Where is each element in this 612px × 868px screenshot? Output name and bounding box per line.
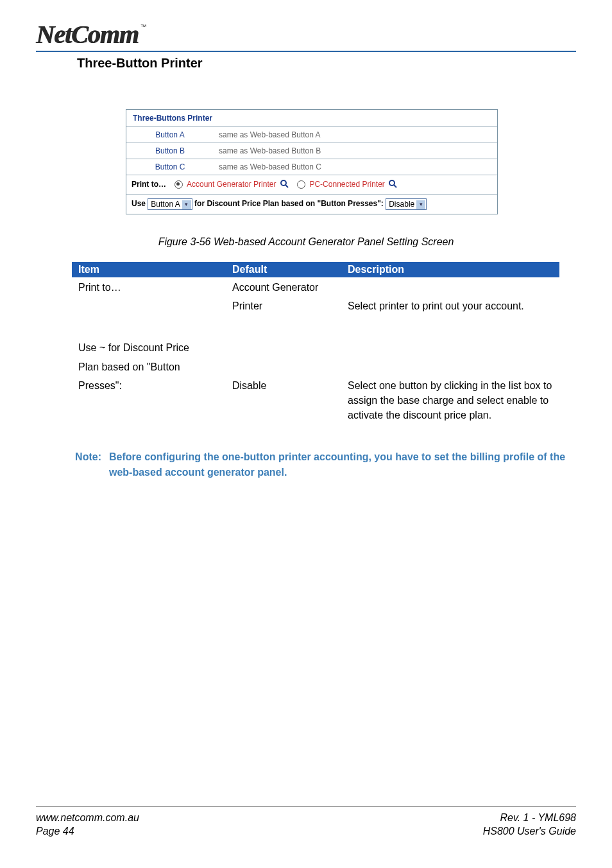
use-middle-text: for Discount Price Plan based on "Button… [194,199,384,208]
svg-point-0 [281,180,286,186]
col-header-description: Description [341,262,559,277]
note-label: Note: [55,449,109,479]
radio-account-generator[interactable] [174,180,183,189]
chevron-down-icon: ▾ [416,200,425,209]
footer-divider [36,806,576,807]
button-select-value: Button A [151,200,180,209]
section-title: Three-Button Printer [77,56,576,71]
logo-trademark: ™ [140,23,147,30]
cell-item: Print to… [72,277,226,296]
table-row: Print to… Account Generator [72,277,559,296]
enable-select-dropdown[interactable]: Disable▾ [386,198,427,210]
button-b-label: Button B [126,143,214,159]
cell-default: Disable [226,376,341,424]
button-select-dropdown[interactable]: Button A▾ [148,198,192,210]
radio-pc-connected[interactable] [297,180,305,189]
svg-line-3 [394,185,396,187]
button-a-value: same as Web-based Button A [214,127,497,143]
description-table: Item Default Description Print to… Accou… [72,262,559,424]
footer-doc-title: HS800 User's Guide [483,824,576,838]
cell-description: Select printer to print out your account… [341,296,559,315]
cell-item: Use ~ for Discount Price [72,338,226,356]
print-to-row: Print to… Account Generator Printer PC-C… [126,175,497,195]
button-row-c: Button C same as Web-based Button C [126,159,497,175]
col-header-default: Default [226,262,341,277]
footer-revision: Rev. 1 - YML698 [500,811,576,825]
button-row-b: Button B same as Web-based Button B [126,143,497,159]
button-c-value: same as Web-based Button C [214,159,497,175]
cell-default: Printer [226,296,341,315]
button-b-value: same as Web-based Button B [214,143,497,159]
brand-logo: NetComm ™ [36,19,576,49]
footer-page-number: Page 44 [36,824,74,838]
table-row: Presses": Disable Select one button by c… [72,376,559,424]
svg-line-1 [285,185,288,187]
table-row: Use ~ for Discount Price [72,338,559,356]
button-c-label: Button C [126,159,214,175]
footer-url: www.netcomm.com.au [36,811,139,825]
use-discount-row: Use Button A▾ for Discount Price Plan ba… [126,195,497,214]
logo-text: NetComm [36,19,139,49]
note-body: Before configuring the one-button printe… [109,449,576,479]
header-divider [36,51,576,52]
svg-point-2 [389,180,395,186]
radio-account-generator-label: Account Generator Printer [187,180,276,189]
chevron-down-icon: ▾ [182,200,191,209]
button-a-label: Button A [126,127,214,143]
button-row-a: Button A same as Web-based Button A [126,127,497,143]
figure-caption: Figure 3-56 Web-based Account Generator … [36,236,576,248]
table-row: Printer Select printer to print out your… [72,296,559,315]
cell-default: Account Generator [226,277,341,296]
magnifier-icon[interactable] [388,179,397,190]
col-header-item: Item [72,262,226,277]
table-row: Plan based on "Button [72,357,559,376]
radio-pc-connected-label: PC-Connected Printer [309,180,384,189]
use-prefix: Use [132,199,146,208]
cell-description: Select one button by clicking in the lis… [341,376,559,424]
magnifier-icon[interactable] [280,179,289,190]
config-panel-title: Three-Buttons Printer [126,110,497,127]
cell-item: Plan based on "Button [72,357,226,376]
enable-select-value: Disable [389,200,414,209]
note-block: Note: Before configuring the one-button … [55,449,576,479]
page-footer: www.netcomm.com.au Rev. 1 - YML698 Page … [36,806,576,838]
print-to-label: Print to… [132,180,166,189]
cell-item: Presses": [72,376,226,424]
config-panel: Three-Buttons Printer Button A same as W… [126,109,498,214]
